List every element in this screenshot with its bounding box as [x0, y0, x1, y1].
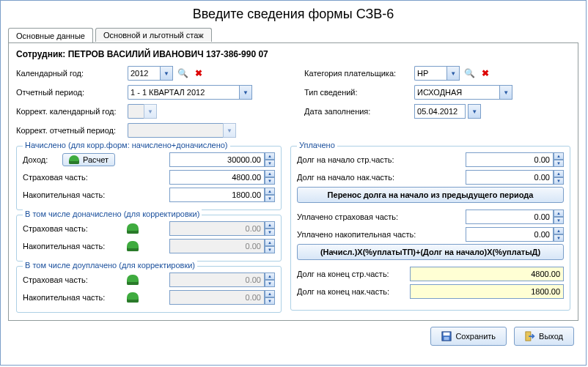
exit-button-label: Выход	[539, 332, 563, 341]
donach-nak-label: Накопительная часть:	[23, 242, 124, 251]
spin-up: ▲	[265, 273, 275, 280]
spin-up[interactable]: ▲	[265, 152, 275, 160]
type-dropdown[interactable]: ▼	[499, 85, 512, 100]
money-icon	[69, 155, 79, 164]
spin-up[interactable]: ▲	[554, 170, 564, 177]
type-input[interactable]	[414, 85, 499, 100]
dohod-label: Доход:	[23, 155, 59, 164]
donach-strah-input	[169, 221, 265, 236]
spin-up[interactable]: ▲	[554, 227, 564, 234]
legend-nachisleno: Начислено (для корр.форм: начислено+дона…	[23, 141, 230, 149]
save-button[interactable]: Сохранить	[430, 327, 507, 346]
tab-stazh[interactable]: Основной и льготный стаж	[95, 28, 212, 42]
legend-donachisleno: В том числе доначислено (для корректиров…	[23, 210, 202, 218]
nach-strah-input[interactable]	[169, 170, 265, 185]
window-title: Введите сведения формы СЗВ-6	[1, 1, 586, 26]
spin-down[interactable]: ▼	[554, 217, 564, 224]
upl-nak-label: Уплачено накопительная часть:	[297, 230, 427, 239]
dohod-input[interactable]	[169, 152, 265, 167]
money-icon	[127, 223, 139, 234]
legend-douplacheno: В том числе доуплачено (для корректировк…	[23, 261, 197, 270]
money-icon	[127, 292, 139, 303]
calc-button[interactable]: Расчет	[62, 153, 115, 166]
year-label: Календарный год:	[16, 69, 128, 78]
spin-up[interactable]: ▲	[554, 152, 564, 160]
employee-line: Сотрудник: ПЕТРОВ ВАСИЛИЙ ИВАНОВИЧ 137-3…	[16, 49, 570, 59]
dolg-end-nak-label: Долг на конец нак.часть:	[297, 287, 407, 296]
magnifier-icon[interactable]: 🔍	[463, 67, 476, 80]
period-dropdown[interactable]: ▼	[239, 85, 252, 100]
date-label: Дата заполнения:	[304, 107, 414, 116]
nach-nak-label: Накопительная часть:	[23, 190, 124, 199]
svg-rect-2	[444, 337, 449, 340]
spin-up[interactable]: ▲	[265, 170, 275, 177]
money-icon	[127, 275, 139, 285]
spin-up[interactable]: ▲	[265, 188, 275, 195]
group-douplacheno: В том числе доуплачено (для корректировк…	[16, 266, 282, 313]
spin-down[interactable]: ▼	[265, 177, 275, 185]
spin-down[interactable]: ▼	[265, 160, 275, 167]
korr-year-label: Коррект. календарный год:	[16, 107, 128, 116]
spin-up: ▲	[265, 290, 275, 297]
clear-icon[interactable]: ✖	[479, 67, 492, 80]
group-uplacheno: Уплачено Долг на начало стр.часть: ▲▼ До…	[290, 146, 570, 311]
clear-icon[interactable]: ✖	[192, 67, 205, 80]
spin-up[interactable]: ▲	[554, 210, 564, 217]
doupl-strah-input	[169, 273, 265, 287]
formula-button[interactable]: (Начисл.)X(%уплатыТП)+(Долг на начало)X(…	[297, 244, 564, 260]
cat-input[interactable]	[414, 66, 446, 81]
period-label: Отчетный период:	[16, 88, 128, 97]
transfer-debt-button[interactable]: Перенос долга на начало из предыдущего п…	[297, 187, 564, 203]
dolg-end-strah-label: Долг на конец стр.часть:	[297, 270, 407, 278]
dolg-start-strah-input[interactable]	[466, 152, 554, 167]
tab-main[interactable]: Основные данные	[8, 28, 93, 42]
korr-year-input	[128, 104, 144, 119]
nach-strah-label: Страховая часть:	[23, 173, 124, 182]
calc-button-label: Расчет	[83, 155, 109, 164]
donach-nak-input	[169, 239, 265, 253]
korr-period-label: Коррект. отчетный период:	[16, 126, 128, 135]
group-nachisleno: Начислено (для корр.форм: начислено+дона…	[16, 146, 282, 210]
spin-up: ▲	[265, 239, 275, 246]
spin-down[interactable]: ▼	[554, 234, 564, 242]
upl-strah-label: Уплачено страховая часть:	[297, 212, 427, 221]
korr-period-input	[128, 123, 223, 138]
spin-down: ▼	[265, 229, 275, 236]
dolg-start-nak-input[interactable]	[466, 170, 554, 185]
save-icon	[441, 331, 452, 341]
spin-down[interactable]: ▼	[554, 177, 564, 185]
spin-down: ▼	[265, 246, 275, 253]
exit-icon	[525, 331, 535, 341]
period-input[interactable]	[128, 85, 239, 100]
doupl-nak-input	[169, 290, 265, 305]
magnifier-icon[interactable]: 🔍	[176, 67, 189, 80]
dolg-start-strah-label: Долг на начало стр.часть:	[297, 155, 427, 164]
korr-period-dropdown: ▼	[223, 123, 236, 138]
nach-nak-input[interactable]	[169, 188, 265, 202]
doupl-nak-label: Накопительная часть:	[23, 293, 124, 302]
money-icon	[127, 241, 139, 251]
cat-label: Категория плательщика:	[304, 69, 414, 78]
svg-rect-1	[444, 333, 450, 336]
date-input[interactable]	[414, 104, 466, 119]
type-label: Тип сведений:	[304, 88, 414, 97]
upl-nak-input[interactable]	[466, 227, 554, 242]
year-dropdown[interactable]: ▼	[160, 66, 173, 81]
save-button-label: Сохранить	[455, 332, 496, 341]
legend-uplacheno: Уплачено	[297, 141, 337, 149]
date-dropdown[interactable]: ▼	[468, 104, 481, 119]
group-donachisleno: В том числе доначислено (для корректиров…	[16, 215, 282, 262]
employee-label: Сотрудник:	[16, 49, 65, 59]
exit-button[interactable]: Выход	[514, 327, 574, 346]
dolg-end-nak-value	[410, 284, 564, 299]
employee-value: ПЕТРОВ ВАСИЛИЙ ИВАНОВИЧ 137-386-990 07	[68, 49, 268, 59]
spin-down[interactable]: ▼	[554, 160, 564, 167]
year-input[interactable]	[128, 66, 160, 81]
doupl-strah-label: Страховая часть:	[23, 275, 124, 284]
spin-up: ▲	[265, 221, 275, 229]
tab-panel-main: Сотрудник: ПЕТРОВ ВАСИЛИЙ ИВАНОВИЧ 137-3…	[8, 42, 578, 321]
cat-dropdown[interactable]: ▼	[446, 66, 460, 81]
dolg-start-nak-label: Долг на начало нак.часть:	[297, 173, 427, 182]
upl-strah-input[interactable]	[466, 210, 554, 224]
spin-down[interactable]: ▼	[265, 195, 275, 202]
